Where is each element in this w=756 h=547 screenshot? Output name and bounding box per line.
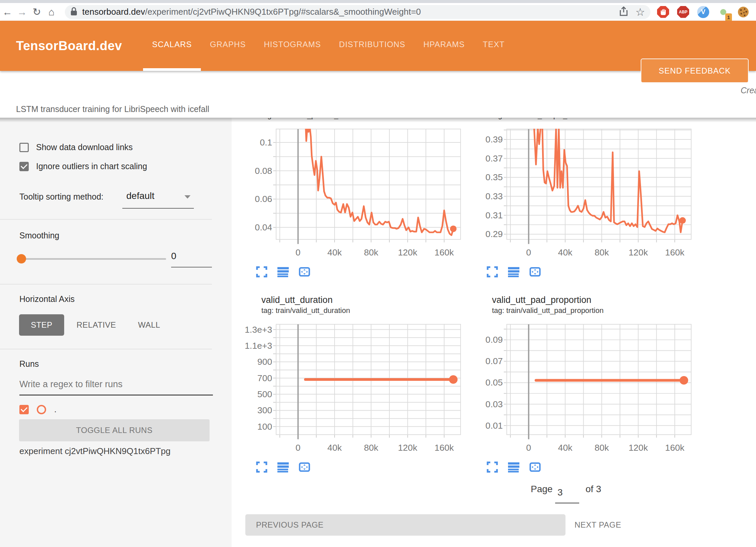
- axis-step-button[interactable]: STEP: [19, 314, 64, 336]
- svg-text:120k: 120k: [629, 443, 648, 453]
- privacy-extension-icon[interactable]: 1: [717, 6, 729, 18]
- run-checkbox[interactable]: [19, 405, 29, 414]
- chart-toolbar: [465, 458, 695, 476]
- chart-title: valid_utt_duration: [234, 294, 465, 306]
- forward-icon[interactable]: →: [15, 6, 29, 18]
- runs-filter-input[interactable]: [19, 379, 210, 390]
- v-extension-icon[interactable]: V: [697, 6, 709, 18]
- svg-text:0.29: 0.29: [486, 229, 503, 239]
- tooltip-sorting-select[interactable]: default: [126, 191, 154, 201]
- axis-relative-button[interactable]: RELATIVE: [77, 314, 116, 336]
- svg-text:0: 0: [526, 247, 531, 257]
- show-download-row: Show data download links: [19, 142, 133, 152]
- ignore-outliers-label: Ignore outliers in chart scaling: [36, 161, 147, 171]
- divider: [0, 219, 212, 220]
- runs-menu-icon[interactable]: [508, 461, 519, 473]
- svg-text:160k: 160k: [434, 247, 454, 257]
- page-number-input[interactable]: [557, 487, 578, 498]
- run-color-swatch: [37, 405, 46, 414]
- browser-toolbar: ← → ↻ ⌂ tensorboard.dev/experiment/cj2vt…: [0, 3, 756, 21]
- send-feedback-button[interactable]: SEND FEEDBACK: [641, 59, 749, 83]
- svg-text:120k: 120k: [398, 443, 417, 453]
- expand-icon[interactable]: [487, 266, 498, 278]
- tab-text[interactable]: TEXT: [474, 21, 514, 71]
- show-download-label: Show data download links: [36, 142, 133, 152]
- svg-text:40k: 40k: [558, 247, 573, 257]
- axis-wall-button[interactable]: WALL: [138, 314, 160, 336]
- tab-distributions[interactable]: DISTRIBUTIONS: [330, 21, 414, 71]
- svg-text:40k: 40k: [558, 443, 573, 453]
- svg-text:160k: 160k: [434, 443, 454, 453]
- smoothing-slider-knob[interactable]: [17, 254, 26, 263]
- app-logo[interactable]: TensorBoard.dev: [16, 21, 122, 71]
- chart-canvas[interactable]: 0.040.060.080.1040k80k120k160k: [234, 126, 465, 263]
- tab-scalars[interactable]: SCALARS: [143, 21, 201, 71]
- svg-text:80k: 80k: [364, 247, 379, 257]
- ignore-outliers-row: Ignore outliers in chart scaling: [19, 161, 147, 171]
- expand-icon[interactable]: [256, 266, 267, 278]
- divider: [0, 349, 212, 349]
- previous-page-button[interactable]: PREVIOUS PAGE: [245, 514, 565, 536]
- svg-text:0.33: 0.33: [486, 191, 503, 201]
- runs-menu-icon[interactable]: [508, 266, 519, 278]
- chart-card: valid_simple_loss tag: train/valid_simpl…: [465, 118, 695, 281]
- chart-canvas[interactable]: 0.290.310.330.350.370.39040k80k120k160k: [465, 126, 695, 263]
- fit-domain-icon[interactable]: [529, 266, 541, 278]
- next-page-button[interactable]: NEXT PAGE: [575, 514, 621, 536]
- svg-text:0.04: 0.04: [255, 222, 272, 232]
- svg-text:160k: 160k: [665, 443, 684, 453]
- charts-panel: valid_pruned_loss tag: train/valid_prune…: [232, 118, 756, 547]
- lock-icon[interactable]: [70, 7, 78, 17]
- home-icon[interactable]: ⌂: [44, 6, 59, 18]
- chart-tag: tag: train/valid_utt_duration: [234, 306, 465, 316]
- back-icon[interactable]: ←: [0, 6, 15, 18]
- page-input-underline: [555, 503, 579, 504]
- url-text[interactable]: tensorboard.dev/experiment/cj2vtPiwQHKN9…: [82, 7, 612, 17]
- page-of-label: of 3: [586, 484, 601, 495]
- expand-icon[interactable]: [487, 461, 498, 473]
- svg-text:1.1e+3: 1.1e+3: [245, 341, 272, 351]
- cookie-icon[interactable]: [737, 6, 749, 18]
- smoothing-slider-track[interactable]: [21, 258, 166, 260]
- app-header: TensorBoard.dev SCALARS GRAPHS HISTOGRAM…: [0, 21, 756, 71]
- share-icon[interactable]: [619, 6, 628, 18]
- chart-canvas[interactable]: 0.010.030.050.070.09040k80k120k160k: [465, 322, 695, 458]
- show-download-checkbox[interactable]: [19, 143, 29, 152]
- smoothing-value-input[interactable]: [171, 251, 211, 261]
- runs-label: Runs: [19, 359, 39, 369]
- svg-text:120k: 120k: [629, 247, 648, 257]
- address-bar[interactable]: tensorboard.dev/experiment/cj2vtPiwQHKN9…: [65, 5, 650, 19]
- chart-canvas[interactable]: 1003005007009001.1e+31.3e+3040k80k120k16…: [234, 322, 465, 458]
- runs-filter-underline: [19, 395, 213, 396]
- expand-icon[interactable]: [256, 461, 267, 473]
- tab-histograms[interactable]: HISTOGRAMS: [255, 21, 330, 71]
- svg-text:0.01: 0.01: [486, 421, 503, 431]
- tooltip-sorting-underline: [122, 208, 194, 209]
- svg-text:0.1: 0.1: [260, 137, 272, 147]
- tab-hparams[interactable]: HPARAMS: [414, 21, 474, 71]
- smoothing-row: Smoothing: [19, 231, 59, 240]
- reload-icon[interactable]: ↻: [29, 6, 44, 18]
- chart-toolbar: [465, 263, 695, 281]
- runs-menu-icon[interactable]: [277, 266, 289, 278]
- run-item-row: .: [19, 404, 56, 415]
- abp-icon[interactable]: ABP: [677, 6, 689, 18]
- ignore-outliers-checkbox[interactable]: [19, 162, 29, 171]
- chart-toolbar: [234, 458, 465, 476]
- bookmark-star-icon[interactable]: ☆: [635, 6, 645, 18]
- svg-text:80k: 80k: [595, 443, 609, 453]
- blocker-hand-icon[interactable]: [657, 6, 669, 18]
- fit-domain-icon[interactable]: [299, 266, 310, 278]
- svg-text:0: 0: [526, 443, 531, 453]
- svg-text:900: 900: [257, 357, 272, 367]
- runs-menu-icon[interactable]: [277, 461, 289, 473]
- tab-graphs[interactable]: GRAPHS: [201, 21, 255, 71]
- fit-domain-icon[interactable]: [299, 461, 310, 473]
- fit-domain-icon[interactable]: [529, 461, 541, 473]
- chart-toolbar: [234, 263, 465, 281]
- svg-text:80k: 80k: [364, 443, 379, 453]
- toggle-all-runs-button[interactable]: TOGGLE ALL RUNS: [19, 419, 210, 441]
- chart-tag: tag: train/valid_simple_loss: [465, 118, 695, 120]
- smoothing-label: Smoothing: [19, 231, 59, 240]
- chart-title: valid_utt_pad_proportion: [465, 294, 695, 306]
